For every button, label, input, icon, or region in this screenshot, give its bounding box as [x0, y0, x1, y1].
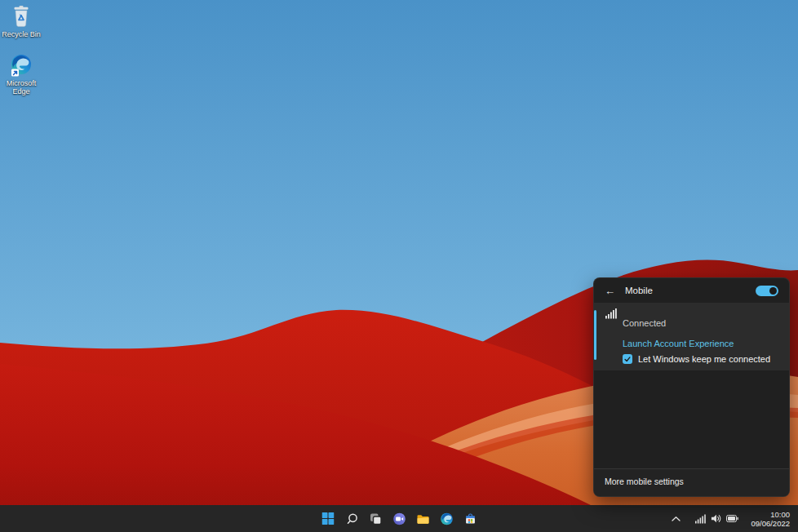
back-button[interactable]: ←: [605, 286, 615, 296]
recycle-bin-icon: [9, 4, 33, 29]
desktop-icon-label: Microsoft Edge: [0, 79, 42, 95]
flyout-body: [594, 370, 789, 468]
keep-connected-label: Let Windows keep me connected: [638, 354, 770, 364]
keep-connected-row[interactable]: Let Windows keep me connected: [623, 354, 770, 364]
cellular-signal-icon: [695, 514, 706, 524]
chat-button[interactable]: [388, 508, 410, 530]
taskbar-center: [317, 505, 482, 532]
clock-date: 09/06/2022: [751, 519, 790, 528]
flyout-title: Mobile: [625, 286, 746, 295]
task-view-icon: [369, 512, 382, 525]
desktop-icon-recycle-bin[interactable]: Recycle Bin: [0, 4, 42, 38]
more-mobile-settings-link[interactable]: More mobile settings: [594, 468, 789, 496]
clock-time: 10:00: [751, 510, 790, 519]
keep-connected-checkbox[interactable]: [623, 354, 632, 364]
launch-account-experience-link[interactable]: Launch Account Experience: [623, 339, 734, 348]
file-explorer-icon: [416, 512, 429, 525]
chevron-up-icon: [671, 515, 681, 523]
checkmark-icon: [623, 355, 632, 363]
search-button[interactable]: [341, 508, 363, 530]
cellular-network-card[interactable]: Connected Launch Account Experience Let …: [594, 303, 789, 370]
desktop-icon-microsoft-edge[interactable]: Microsoft Edge: [0, 53, 42, 95]
edge-button[interactable]: [436, 508, 458, 530]
taskbar: 10:00 09/06/2022: [0, 505, 798, 532]
hidden-icons-button[interactable]: [667, 509, 685, 529]
connection-status: Connected: [623, 318, 666, 328]
microsoft-store-icon: [463, 512, 477, 525]
desktop: Recycle Bin Microsoft Edge ← Mobile: [0, 0, 798, 532]
store-button[interactable]: [459, 508, 481, 530]
edge-icon: [440, 512, 453, 525]
network-volume-battery-button[interactable]: [689, 509, 744, 528]
file-explorer-button[interactable]: [412, 508, 434, 530]
task-view-button[interactable]: [365, 508, 387, 530]
edge-shortcut-icon: [9, 53, 33, 78]
windows-start-icon: [322, 512, 335, 525]
battery-icon: [726, 514, 738, 523]
system-tray: 10:00 09/06/2022: [667, 505, 798, 532]
chat-icon: [392, 512, 406, 525]
cellular-signal-full-icon: [605, 308, 617, 319]
toggle-knob: [769, 287, 777, 295]
more-mobile-settings-label: More mobile settings: [605, 477, 684, 486]
back-arrow-icon: ←: [605, 285, 615, 297]
clock[interactable]: 10:00 09/06/2022: [747, 510, 793, 528]
flyout-header: ← Mobile: [594, 278, 789, 303]
desktop-icon-label: Recycle Bin: [2, 30, 41, 38]
mobile-flyout: ← Mobile Connected Launch Account Experi…: [593, 277, 790, 497]
mobile-toggle[interactable]: [756, 286, 778, 296]
start-button[interactable]: [317, 508, 339, 530]
search-icon: [345, 512, 358, 525]
selected-accent-bar: [594, 310, 596, 360]
volume-icon: [711, 513, 721, 524]
